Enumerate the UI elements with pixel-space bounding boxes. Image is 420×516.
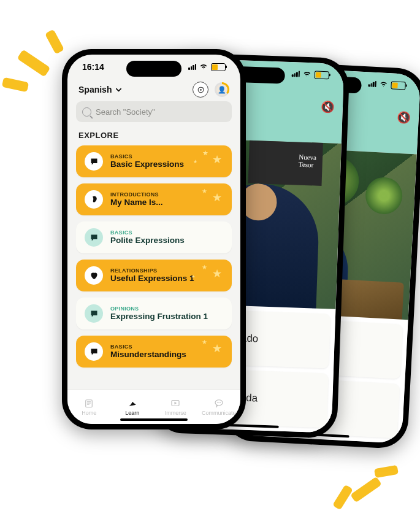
target-icon [197,86,205,94]
mute-icon[interactable]: 🔇 [321,100,335,114]
tab-label: Learn [125,410,139,416]
language-label: Spanish [78,85,112,94]
wifi-icon [199,63,208,71]
battery-icon [315,71,329,79]
signal-icon [188,64,196,70]
chevron-down-icon [115,87,122,93]
tab-home[interactable]: Home [71,398,107,416]
battery-icon [211,63,226,71]
heart-icon [85,266,103,285]
card-category: BASICS [110,229,185,236]
message-icon [85,228,103,247]
tab-label: Communicate [202,410,236,416]
status-bar-right [292,69,329,79]
svg-point-7 [220,402,221,404]
svg-point-1 [200,89,202,91]
svg-rect-2 [86,400,93,407]
signal-icon [292,71,300,77]
learn-icon [127,398,138,409]
message-icon [85,152,103,171]
card-title: My Name Is... [110,198,163,207]
card-category: INTRODUCTIONS [110,191,163,198]
lesson-list: BASICS Basic Expressions ★ ★ ★ INTRODUCT… [76,145,232,390]
phone-frame-1: 16:14 Spanish 👤 [62,49,246,429]
home-indicator [120,418,188,421]
star-decoration: ★ ★ [183,186,226,208]
status-time: 16:14 [82,62,104,72]
star-decoration: ★ ★ [183,338,226,360]
wave-icon [85,190,103,209]
profile-button[interactable]: 👤 [215,82,229,97]
lesson-card-misunderstandings[interactable]: BASICS Misunderstandings ★ ★ [76,336,232,368]
language-selector[interactable]: Spanish [78,85,122,94]
message-icon [85,304,103,323]
card-title: Misunderstandings [110,350,186,360]
avatar-icon: 👤 [216,84,227,95]
card-title: Polite Expressions [110,236,185,245]
signal-icon [368,80,376,87]
section-header-explore: EXPLORE [78,131,119,140]
search-icon [82,107,91,117]
lesson-card-useful-expressions[interactable]: RELATIONSHIPS Useful Expressions 1 ★ ★ ★ [76,260,232,291]
home-icon [83,398,94,409]
message-icon [85,342,103,361]
card-category: BASICS [110,344,186,350]
wifi-icon [303,70,311,79]
svg-point-5 [217,402,218,404]
card-category: OPINIONS [110,306,208,312]
accent-burst-bottom-right [328,439,402,507]
communicate-icon [213,398,224,409]
lesson-card-my-name-is[interactable]: INTRODUCTIONS My Name Is... ★ ★ [76,183,232,215]
tab-label: Immerse [165,410,186,416]
status-bar-right [368,79,406,90]
card-title: Basic Expressions [110,160,184,169]
battery-icon [391,81,406,90]
search-placeholder: Search "Society" [96,107,155,117]
tab-communicate[interactable]: Communicate [200,398,237,416]
tab-learn[interactable]: Learn [114,398,151,416]
lesson-card-basic-expressions[interactable]: BASICS Basic Expressions ★ ★ ★ [76,145,232,177]
svg-point-6 [218,402,220,404]
card-title: Expressing Frustration 1 [110,312,208,322]
mute-icon[interactable]: 🔇 [396,110,410,125]
streak-button[interactable] [193,82,208,98]
card-category: RELATIONSHIPS [110,268,194,274]
tab-label: Home [82,410,96,416]
star-decoration: ★ ★ ★ [183,148,226,170]
tab-immerse[interactable]: Immerse [157,398,194,416]
card-category: BASICS [110,153,184,160]
card-title: Useful Expressions 1 [110,274,194,283]
wifi-icon [379,80,388,89]
lesson-card-polite-expressions[interactable]: BASICS Polite Expressions [76,221,232,253]
lesson-card-expressing-frustration[interactable]: OPINIONS Expressing Frustration 1 [76,298,232,329]
search-input[interactable]: Search "Society" [76,101,232,122]
dynamic-island [126,61,181,77]
immerse-icon [170,398,181,409]
